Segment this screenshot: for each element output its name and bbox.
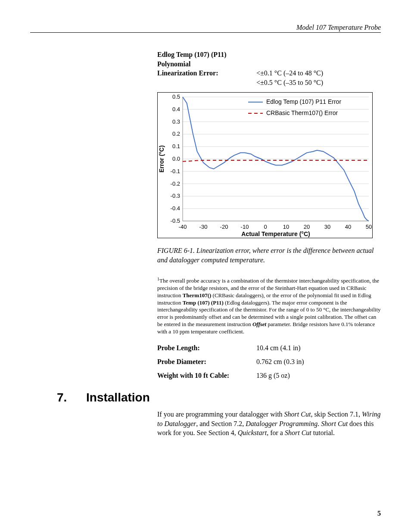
dimensions-block: Probe Length: 10.4 cm (4.1 in) Probe Dia… xyxy=(157,344,381,380)
dim-label: Weight with 10 ft Cable: xyxy=(157,372,256,380)
body-paragraph: If you are programming your datalogger w… xyxy=(157,410,381,438)
linearization-error-chart: -0.5-0.4-0.3-0.2-0.10.00.10.20.30.40.5-4… xyxy=(157,92,373,238)
spec-title-1: Edlog Temp (107) (P11) xyxy=(157,50,256,59)
svg-text:0.2: 0.2 xyxy=(172,131,180,137)
running-header: Model 107 Temperature Probe xyxy=(30,24,381,33)
svg-text:Error (°C): Error (°C) xyxy=(158,146,165,173)
svg-text:0: 0 xyxy=(264,224,267,230)
svg-text:Actual Temperature (°C): Actual Temperature (°C) xyxy=(241,230,310,237)
svg-text:0.1: 0.1 xyxy=(172,143,180,150)
svg-text:-10: -10 xyxy=(241,224,249,230)
section-title: Installation xyxy=(86,391,150,404)
section-number: 7. xyxy=(57,391,86,404)
table-row: Weight with 10 ft Cable: 136 g (5 oz) xyxy=(157,372,381,380)
dim-label: Probe Diameter: xyxy=(157,358,256,366)
spec-label: Linearization Error: xyxy=(157,68,256,78)
svg-text:0.0: 0.0 xyxy=(172,156,180,162)
svg-text:-0.3: -0.3 xyxy=(171,193,180,199)
spec-value-2: <±0.5 °C (–35 to 50 °C) xyxy=(256,78,323,87)
table-row: Probe Diameter: 0.762 cm (0.3 in) xyxy=(157,358,381,366)
svg-text:-0.2: -0.2 xyxy=(171,180,180,187)
dim-value: 0.762 cm (0.3 in) xyxy=(256,358,304,366)
svg-text:-0.4: -0.4 xyxy=(171,205,180,212)
page-number: 5 xyxy=(377,510,381,517)
spec-title-2: Polynomial xyxy=(157,59,256,69)
svg-text:0.4: 0.4 xyxy=(172,106,180,112)
svg-text:-40: -40 xyxy=(179,224,187,230)
svg-text:-30: -30 xyxy=(199,224,208,230)
svg-text:50: 50 xyxy=(366,224,372,230)
page: Model 107 Temperature Probe Edlog Temp (… xyxy=(0,0,411,532)
spec-value-1: <±0.1 °C (–24 to 48 °C) xyxy=(256,68,323,78)
svg-text:20: 20 xyxy=(304,224,310,230)
svg-text:CRBasic Therm107() Error: CRBasic Therm107() Error xyxy=(266,109,338,116)
svg-text:-0.1: -0.1 xyxy=(171,168,180,174)
svg-text:40: 40 xyxy=(345,224,351,230)
table-row: Probe Length: 10.4 cm (4.1 in) xyxy=(157,344,381,352)
svg-text:0.3: 0.3 xyxy=(172,118,180,125)
dim-label: Probe Length: xyxy=(157,344,256,352)
svg-text:30: 30 xyxy=(324,224,330,230)
svg-text:0.5: 0.5 xyxy=(172,93,180,100)
spec-block: Edlog Temp (107) (P11) Polynomial Linear… xyxy=(157,50,381,87)
footnote: 1The overall probe accuracy is a combina… xyxy=(157,276,381,336)
header-title: Model 107 Temperature Probe xyxy=(296,24,381,31)
dim-value: 136 g (5 oz) xyxy=(256,372,290,380)
content-column: Edlog Temp (107) (P11) Polynomial Linear… xyxy=(157,50,381,380)
svg-text:10: 10 xyxy=(283,224,289,230)
svg-text:-0.5: -0.5 xyxy=(171,218,180,224)
svg-text:Edlog Temp (107) P11 Error: Edlog Temp (107) P11 Error xyxy=(266,98,341,105)
dim-value: 10.4 cm (4.1 in) xyxy=(256,344,301,352)
svg-text:-20: -20 xyxy=(220,224,228,230)
section-heading: 7. Installation xyxy=(30,391,381,404)
figure-caption: FIGURE 6-1. Linearization error, where e… xyxy=(157,246,381,264)
